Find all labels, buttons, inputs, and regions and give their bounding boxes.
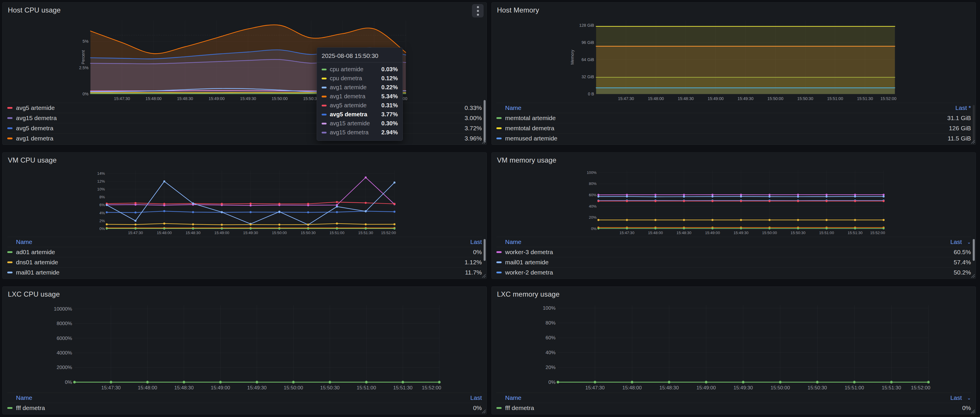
legend-row[interactable]: fff demetra0% — [7, 403, 482, 413]
legend-row[interactable]: avg5 demetra3.72% — [7, 123, 482, 133]
y-tick-label: 64 GiB — [582, 57, 594, 62]
panel-header: LXC memory usage — [492, 287, 976, 302]
tooltip-row: cpu demetra0.12% — [321, 74, 398, 83]
panel-resize-handle[interactable] — [481, 139, 486, 144]
series-point — [183, 381, 185, 384]
legend-series-name[interactable]: fff demetra — [505, 404, 534, 411]
legend-scrollbar[interactable] — [973, 239, 975, 261]
legend-row[interactable]: memused artemide11.5 GiB — [496, 133, 971, 143]
legend-row[interactable]: worker-3 demetra60.5% — [496, 247, 971, 257]
series-point — [192, 211, 194, 213]
series-point — [826, 200, 827, 202]
panel-resize-handle[interactable] — [481, 273, 486, 278]
legend-scrollbar[interactable] — [484, 239, 486, 261]
x-tick-label: 15:48:00 — [157, 231, 172, 235]
series-point — [742, 381, 745, 384]
panel-menu-kebab-icon[interactable] — [472, 4, 484, 18]
legend-row[interactable]: ad01 artemide0% — [7, 247, 482, 257]
vm-memory-chart[interactable]: 0%20%40%60%80%100%15:47:3015:48:0015:48:… — [492, 168, 976, 237]
series-point — [365, 177, 367, 178]
legend-scrollbar[interactable] — [484, 100, 486, 142]
series-point — [654, 200, 656, 202]
legend-name-header[interactable]: Name — [505, 239, 522, 245]
legend-series-swatch — [7, 272, 13, 273]
series-point — [768, 200, 771, 202]
legend-series-name[interactable]: avg5 artemide — [16, 104, 55, 111]
dashboard-grid: Host CPU usage 0%2.5%5%15:47:3015:48:001… — [0, 0, 978, 417]
y-tick-label: 0% — [83, 92, 89, 96]
legend-series-name[interactable]: mail01 artemide — [505, 259, 549, 266]
panel-host-cpu-usage: Host CPU usage 0%2.5%5%15:47:3015:48:001… — [2, 2, 487, 145]
legend-series-name[interactable]: ad01 artemide — [16, 248, 55, 256]
lxc-cpu-chart[interactable]: 0%2000%4000%6000%8000%10000%15:47:3015:4… — [3, 302, 487, 393]
legend-header-row: NameLast * — [496, 103, 971, 113]
panel-resize-handle[interactable] — [481, 409, 486, 414]
legend-series-name[interactable]: worker-3 demetra — [505, 248, 553, 256]
legend-row[interactable]: memtotal artemide31.1 GiB — [496, 113, 971, 123]
legend-series-name[interactable]: dns01 artemide — [16, 259, 58, 266]
legend-series-name[interactable]: fff demetra — [16, 404, 45, 411]
series-point — [854, 200, 856, 202]
x-tick-label: 15:50:30 — [808, 385, 827, 390]
tooltip-row: avg15 artemide0.30% — [321, 119, 398, 128]
panel-header: Host Memory — [492, 3, 976, 18]
x-tick-label: 15:49:30 — [733, 231, 748, 235]
legend-last-header[interactable]: Last * — [955, 104, 971, 111]
legend-last-header[interactable]: Last — [950, 239, 962, 245]
legend-series-swatch — [7, 261, 13, 263]
vm-memory-legend: NameLast⌄worker-3 demetra60.5%mail01 art… — [492, 237, 976, 279]
series-point — [826, 194, 827, 196]
legend-last-header[interactable]: Last — [470, 394, 482, 401]
legend-row[interactable]: avg5 artemide0.33% — [7, 103, 482, 113]
tooltip-series-value: 0.22% — [381, 84, 398, 91]
panel-resize-handle[interactable] — [970, 139, 975, 144]
vm-cpu-chart[interactable]: 0%2%4%6%8%10%12%14%15:47:3015:48:0015:48… — [3, 168, 487, 237]
legend-series-name[interactable]: mail01 artemide — [16, 269, 59, 276]
legend-series-name[interactable]: memtotal demetra — [505, 125, 554, 132]
legend-row[interactable]: worker-2 demetra50.2% — [496, 267, 971, 277]
legend-series-name[interactable]: worker-2 demetra — [505, 269, 553, 276]
legend-name-header[interactable]: Name — [16, 239, 32, 245]
legend-last-header[interactable]: Last — [470, 239, 482, 245]
x-tick-label: 15:50:00 — [284, 385, 303, 390]
legend-series-name[interactable]: avg15 demetra — [16, 115, 57, 121]
legend-row[interactable]: mail01 artemide11.7% — [7, 267, 482, 277]
legend-name-header[interactable]: Name — [16, 394, 32, 401]
x-tick-label: 15:50:00 — [272, 231, 287, 235]
x-tick-label: 15:51:30 — [882, 385, 901, 390]
series-point — [854, 228, 856, 229]
legend-series-name[interactable]: memtotal artemide — [505, 115, 556, 121]
series-point — [854, 194, 856, 196]
panel-resize-handle[interactable] — [970, 273, 975, 278]
y-tick-label: 128 GiB — [579, 23, 594, 28]
legend-series-name[interactable]: avg1 demetra — [16, 135, 53, 142]
legend-name-header[interactable]: Name — [505, 394, 522, 401]
legend-row[interactable]: dns01 artemide1.12% — [7, 257, 482, 267]
x-tick-label: 15:47:30 — [128, 231, 143, 235]
panel-resize-handle[interactable] — [970, 409, 975, 414]
tooltip-series-name: avg5 artemide — [330, 102, 367, 109]
legend-last-header[interactable]: Last — [950, 394, 962, 401]
host-memory-chart[interactable]: 0 B32 GiB64 GiB96 GiB128 GiB15:47:3015:4… — [492, 18, 976, 103]
legend-row[interactable]: mail01 artemide57.4% — [496, 257, 971, 267]
legend-series-name[interactable]: avg5 demetra — [16, 125, 53, 132]
legend-row[interactable]: fff demetra0% — [496, 403, 971, 413]
x-tick-label: 15:47:30 — [101, 385, 121, 390]
host-cpu-chart[interactable]: 0%2.5%5%15:47:3015:48:0015:48:3015:49:00… — [3, 18, 487, 103]
legend-row[interactable]: avg1 demetra3.96% — [7, 133, 482, 143]
x-tick-label: 15:52:00 — [422, 385, 441, 390]
series-point — [221, 224, 223, 226]
x-tick-label: 15:52:00 — [870, 231, 885, 235]
legend-scrollbar[interactable] — [973, 105, 975, 142]
legend-series-name[interactable]: memused artemide — [505, 135, 557, 142]
legend-row[interactable]: avg15 demetra3.00% — [7, 113, 482, 123]
series-point — [250, 203, 251, 205]
series-point — [336, 201, 338, 203]
series-point — [826, 196, 827, 198]
x-tick-label: 15:51:00 — [329, 231, 344, 235]
series-point — [365, 202, 367, 204]
series-point — [250, 204, 251, 207]
legend-row[interactable]: memtotal demetra126 GiB — [496, 123, 971, 133]
lxc-memory-chart[interactable]: 0%20%40%60%80%100%15:47:3015:48:0015:48:… — [492, 302, 976, 393]
legend-name-header[interactable]: Name — [505, 104, 522, 111]
